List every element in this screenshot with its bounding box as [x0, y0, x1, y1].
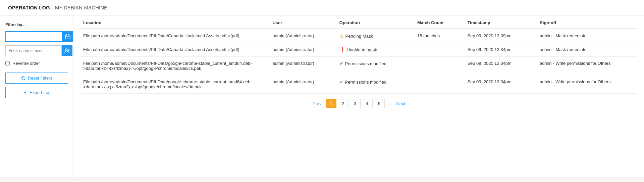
cell-matchcount	[415, 75, 465, 94]
cell-timestamp: Sep 09, 2020 13:34pm	[465, 43, 537, 57]
cell-user: admin (Administrator)	[270, 43, 336, 57]
col-header-timestamp: Timestamp	[465, 15, 537, 29]
col-header-location: Location	[80, 15, 270, 29]
date-picker-button[interactable]	[62, 31, 73, 42]
cell-operation: ❗ Unable to mask	[337, 43, 415, 57]
table-row: File path /home/admin/Documents/PII-Data…	[80, 43, 637, 57]
operation-label: Permissions modified	[345, 80, 387, 85]
prev-button[interactable]: Prev	[310, 99, 324, 108]
warning-icon: ⚠	[339, 33, 344, 39]
sidebar: Filter by...	[0, 15, 74, 177]
pagination: Prev 1 2 3 4 5 ... Next	[80, 94, 637, 115]
operation-badge: ✔ Permissions modified	[339, 79, 387, 85]
error-icon: ❗	[339, 47, 345, 52]
table-row: File path /home/admin/Documents/PII-Data…	[80, 57, 637, 75]
cell-matchcount	[415, 43, 465, 57]
user-filter-button[interactable]	[62, 45, 72, 56]
reverse-order-label: Reverse order	[12, 61, 40, 66]
filter-label: Filter by...	[5, 22, 68, 27]
export-icon	[23, 90, 28, 95]
svg-rect-0	[65, 35, 70, 39]
svg-point-4	[65, 49, 67, 51]
reverse-order-checkbox[interactable]	[5, 61, 10, 65]
next-button[interactable]: Next	[393, 99, 408, 108]
table-row: File path /home/admin/Documents/PII-Data…	[80, 29, 637, 43]
page-title-bold: OPERATION LOG	[8, 5, 50, 10]
calendar-icon	[65, 34, 70, 39]
success-icon: ✔	[339, 79, 343, 85]
cell-operation: ✔ Permissions modified	[337, 57, 415, 75]
page-header: OPERATION LOG - MY-DEBIAN-MACHINE	[0, 0, 644, 15]
user-input[interactable]	[5, 45, 62, 56]
cell-location: File path /home/admin/Documents/PII-Data…	[80, 29, 270, 43]
user-input-row	[5, 45, 68, 56]
cell-location: File path /home/admin/Documents/PII-Data…	[80, 75, 270, 94]
export-log-button[interactable]: Export Log	[5, 87, 68, 98]
cell-user: admin (Administrator)	[270, 29, 336, 43]
cell-signoff: admin - Mask remediate	[537, 29, 637, 43]
operation-label: Pending Mask	[345, 34, 373, 39]
cell-operation: ✔ Permissions modified	[337, 75, 415, 94]
cell-signoff: admin - Write permissions for Others	[537, 75, 637, 94]
content-area: Location User Operation Match Count Time…	[74, 15, 644, 177]
date-input[interactable]	[5, 31, 62, 42]
page-4-button[interactable]: 4	[362, 99, 373, 108]
cell-signoff: admin - Write permissions for Others	[537, 57, 637, 75]
operation-label: Unable to mask	[347, 47, 377, 52]
cell-timestamp: Sep 09, 2020 13:34pm	[465, 75, 537, 94]
reverse-order-row: Reverse order	[5, 61, 68, 66]
reset-icon	[21, 76, 26, 81]
page-2-button[interactable]: 2	[338, 99, 348, 108]
page-title-machine: - MY-DEBIAN-MACHINE	[52, 5, 107, 10]
cell-operation: ⚠ Pending Mask	[337, 29, 415, 43]
col-header-user: User	[270, 15, 336, 29]
table-header-row: Location User Operation Match Count Time…	[80, 15, 637, 29]
page-1-button[interactable]: 1	[326, 99, 336, 108]
date-input-row	[5, 31, 68, 42]
pagination-dots: ...	[386, 99, 392, 108]
col-header-signoff: Sign-off	[537, 15, 637, 29]
main-layout: Filter by...	[0, 15, 644, 177]
user-list-icon	[64, 48, 70, 53]
cell-location: File path /home/admin/Documents/PII-Data…	[80, 43, 270, 57]
page-5-button[interactable]: 5	[374, 99, 385, 108]
cell-user: admin (Administrator)	[270, 75, 336, 94]
cell-matchcount	[415, 57, 465, 75]
operation-label: Permissions modified	[345, 61, 387, 66]
reset-filters-button[interactable]: Reset Filters	[5, 73, 68, 84]
col-header-matchcount: Match Count	[415, 15, 465, 29]
col-header-operation: Operation	[337, 15, 415, 29]
cell-timestamp: Sep 09, 2020 13:34pm	[465, 57, 537, 75]
cell-timestamp: Sep 09, 2020 13:09pm	[465, 29, 537, 43]
cell-signoff: admin - Mask remediate	[537, 43, 637, 57]
operation-log-table: Location User Operation Match Count Time…	[80, 15, 637, 94]
operation-badge: ❗ Unable to mask	[339, 47, 377, 52]
page-3-button[interactable]: 3	[350, 99, 361, 108]
cell-matchcount: 15 matches	[415, 29, 465, 43]
success-icon: ✔	[339, 61, 343, 66]
cell-user: admin (Administrator)	[270, 57, 336, 75]
cell-location: File path /home/admin/Documents/PII-Data…	[80, 57, 270, 75]
operation-badge: ✔ Permissions modified	[339, 61, 387, 66]
operation-badge: ⚠ Pending Mask	[339, 33, 373, 39]
table-row: File path /home/admin/Documents/PII-Data…	[80, 75, 637, 94]
